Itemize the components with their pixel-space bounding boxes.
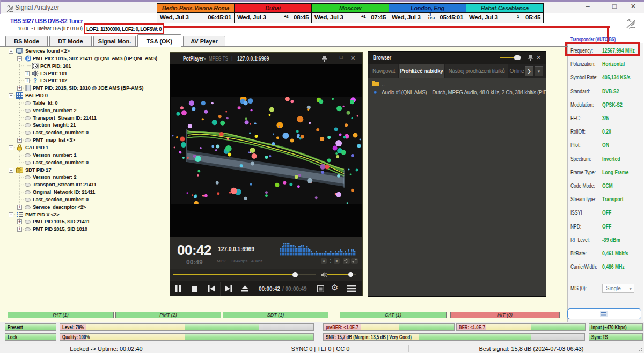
svg-text:?: ?	[33, 77, 37, 84]
